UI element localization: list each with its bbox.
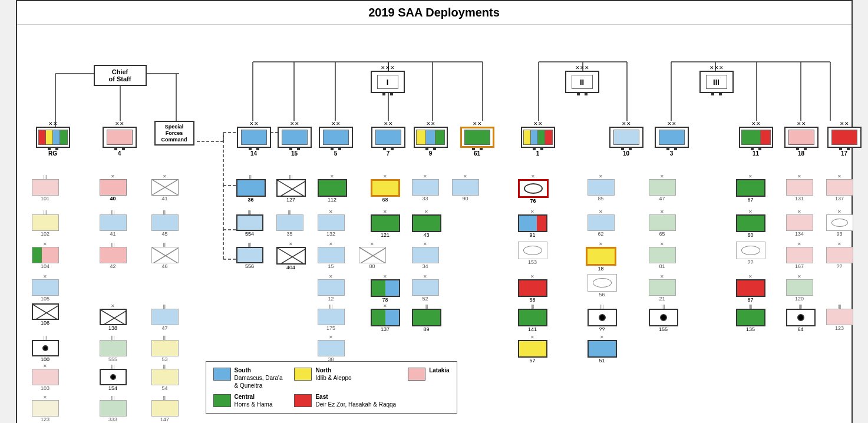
unit-137-top: ✕ 137 [826, 174, 853, 201]
unit-127: ||| 127 [276, 174, 306, 203]
unit-123b: ✕ 123 [32, 395, 59, 422]
unit-89: ||| 89 [412, 303, 441, 332]
unit-131: ✕ 131 [786, 174, 813, 201]
unit-120: ✕ 120 [786, 274, 813, 302]
unit-85: ✕ 85 [588, 174, 615, 201]
unit-90: ✕ 90 [452, 174, 479, 201]
unit-81: ✕ 81 [649, 242, 676, 269]
svg-line-38 [278, 248, 306, 265]
unit-58: ✕ 58 [518, 274, 547, 303]
unit-47: ✕ 47 [649, 174, 676, 201]
unit-38: ✕ 38 [318, 335, 345, 362]
unit-unk1: ?? [736, 242, 765, 265]
div-5: ✕✕ 5 [319, 121, 353, 157]
corps-1: ✕✕✕ I [371, 65, 405, 95]
unit-52: ✕ 52 [412, 274, 439, 302]
unit-132: ✕ 132 [318, 209, 345, 237]
unit-154: ||| 154 [100, 363, 127, 391]
unit-138: ✕ 138 [100, 303, 127, 331]
unit-93: ✕ 93 [826, 209, 853, 237]
legend-item-south: SouthDamascus, Dara'a& Quneitra [213, 366, 283, 389]
unit-35: ||| 35 [276, 209, 303, 237]
unit-105: ✕ 105 [32, 274, 59, 302]
unit-62: ✕ 62 [588, 209, 615, 237]
unit-67: ✕ 67 [736, 174, 765, 203]
unit-100: ||| 100 [32, 335, 59, 362]
unit-64: ||| 64 [786, 303, 816, 332]
unit-57: ✕ 57 [518, 335, 547, 363]
unit-121: ✕ 121 [371, 209, 400, 238]
unit-34: ✕ 34 [412, 242, 439, 269]
unit-41: ✕ 41 [151, 174, 179, 201]
unit-88: ✕ 88 [359, 242, 386, 269]
unit-155: ||| 155 [649, 303, 678, 332]
content-area: Chiefof Staff ✕✕✕ I ✕✕✕ II [17, 25, 852, 423]
unit-135: ||| 135 [736, 303, 765, 332]
unit-87: ✕ 87 [736, 274, 765, 303]
svg-line-42 [33, 305, 59, 320]
svg-line-44 [101, 310, 127, 325]
unit-54: ||| 54 [151, 363, 179, 391]
unit-175: ||| 175 [318, 303, 345, 331]
corps-3: ✕✕✕ III [699, 65, 734, 95]
unit-40: ✕ 40 [100, 174, 127, 201]
div-11: ✕✕ 11 [739, 121, 773, 157]
unit-104: ✕ 104 [32, 242, 59, 269]
div-14: ✕✕ 14 [237, 121, 271, 157]
unit-102: ||| 102 [32, 209, 59, 237]
legend-item-north: NorthIdlib & Aleppo [294, 366, 396, 389]
div-4: ✕✕ 4 [103, 121, 137, 157]
unit-91: ✕ 91 [518, 209, 547, 238]
unit-137: ✕ 137 [371, 303, 400, 332]
svg-line-34 [278, 180, 306, 197]
unit-56: 56 [588, 274, 617, 298]
div-rg: ✕✕ RG [36, 121, 70, 157]
div-3: ✕✕ 3 [655, 121, 689, 157]
unit-46: ||| 46 [151, 242, 179, 269]
legend: SouthDamascus, Dara'a& Quneitra NorthIdl… [206, 361, 457, 414]
unit-123: ||| 123 [826, 303, 853, 331]
unit-555: ||| 555 [100, 335, 127, 362]
div-61: ✕✕ 61 [460, 121, 494, 157]
unit-15b: ✕ 15 [318, 242, 345, 269]
unit-42: ||| 42 [100, 242, 127, 269]
unit-47b: ||| 47 [151, 303, 179, 331]
unit-134: ✕ 134 [786, 209, 813, 237]
page-title: 2019 SAA Deployments [17, 1, 852, 25]
unit-43: ✕ 43 [412, 209, 441, 238]
unit-41b: ||| 41 [100, 209, 127, 237]
legend-item-east: EastDeir Ez Zor, Hasakah & Raqqa [294, 393, 396, 408]
unit-103: ✕ 103 [32, 363, 59, 391]
unit-21: ✕ 21 [649, 274, 676, 302]
special-forces-command: Special Forces Command [154, 121, 194, 146]
unit-65: ✕ 65 [649, 209, 676, 237]
div-1: ✕✕ 1 [521, 121, 555, 157]
unit-18-orange: ✕ 18 [586, 242, 616, 272]
unit-unk-bullet: ||| ?? [588, 303, 617, 332]
main-frame: 2019 SAA Deployments [16, 0, 853, 423]
unit-153: 153 [518, 242, 547, 265]
div-7: ✕✕ 7 [371, 121, 405, 157]
unit-404: ✕ 404 [276, 242, 306, 270]
unit-141: ||| 141 [518, 303, 547, 332]
unit-60: ✕ 60 [736, 209, 765, 238]
legend-item-central: CentralHoms & Hama [213, 393, 283, 408]
div-9: ✕✕ 9 [414, 121, 448, 157]
unit-45: ||| 45 [151, 209, 179, 237]
div-17: ✕✕ 17 [827, 121, 862, 157]
unit-106: 106 [32, 303, 59, 326]
unit-12: ✕ 12 [318, 274, 345, 302]
unit-78: ✕ 78 [371, 274, 400, 303]
corps-2: ✕✕✕ II [565, 65, 599, 95]
chief-of-staff: Chiefof Staff [94, 65, 147, 86]
unit-51: ✕ 51 [588, 335, 617, 363]
unit-554: ||| 554 [236, 209, 263, 237]
unit-556: ||| 556 [236, 242, 263, 269]
div-15: ✕✕ 15 [278, 121, 312, 157]
org-chart: Chiefof Staff ✕✕✕ I ✕✕✕ II [23, 29, 848, 418]
div-10: ✕✕ 10 [609, 121, 643, 157]
unit-33: ✕ 33 [412, 174, 439, 201]
unit-147: ||| 147 [151, 395, 179, 422]
unit-unk2: ✕ ?? [826, 242, 853, 269]
unit-68: ✕ 68 [371, 174, 400, 203]
